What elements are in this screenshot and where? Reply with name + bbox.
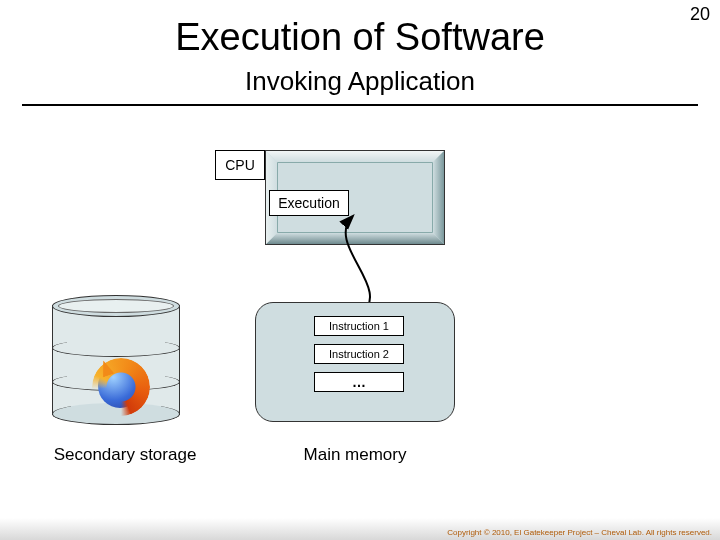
slide-subtitle: Invoking Application	[0, 66, 720, 97]
instruction-2: Instruction 2	[314, 344, 404, 364]
instruction-1: Instruction 1	[314, 316, 404, 336]
instruction-ellipsis: …	[314, 372, 404, 392]
copyright-text: Copyright © 2010, El Gatekeeper Project …	[447, 528, 712, 537]
execution-label: Execution	[269, 190, 349, 216]
divider	[22, 104, 698, 106]
cpu-label: CPU	[215, 150, 265, 180]
firefox-icon	[90, 356, 152, 418]
main-memory-label: Main memory	[275, 445, 435, 465]
secondary-storage-label: Secondary storage	[40, 445, 210, 465]
slide-title: Execution of Software	[0, 16, 720, 59]
